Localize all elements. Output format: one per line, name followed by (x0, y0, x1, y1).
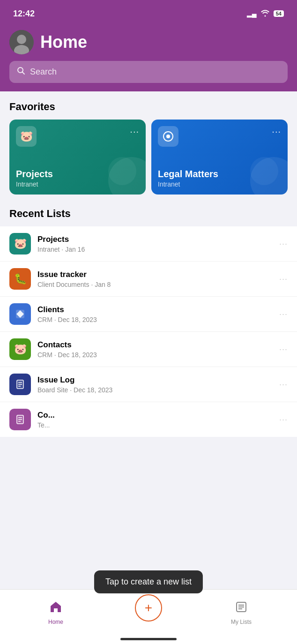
list-item-content-projects: Projects Intranet · Jan 16 (37, 235, 273, 253)
fav-card-icon-legal (158, 126, 178, 147)
avatar-image (9, 30, 34, 54)
add-icon: + (145, 601, 152, 614)
header-top: Home (9, 30, 288, 54)
list-item-icon-issue-log (9, 374, 31, 395)
recent-section: Recent Lists 🐷 Projects Intranet · Jan 1… (0, 208, 297, 437)
list-item-icon-projects: 🐷 (9, 233, 31, 255)
list-item-more[interactable]: ··· (279, 415, 288, 425)
list-item-name: Clients (37, 305, 273, 315)
search-bar[interactable]: Search (9, 61, 288, 83)
list-item[interactable]: 🐷 Contacts CRM · Dec 18, 2023 ··· (0, 332, 297, 367)
list-item-content-contacts: Contacts CRM · Dec 18, 2023 (37, 340, 273, 359)
list-item[interactable]: 🐛 Issue tracker Client Documents · Jan 8… (0, 262, 297, 297)
wifi-icon (260, 9, 270, 18)
nav-home-label: Home (48, 619, 63, 625)
lists-icon (235, 600, 248, 617)
svg-point-1 (17, 35, 26, 44)
recent-lists-title: Recent Lists (0, 208, 297, 220)
fav-card-bottom-legal: Legal Matters Intranet (158, 169, 281, 188)
list-item-more[interactable]: ··· (279, 309, 288, 319)
list-item-content-partial: Co... Te... (37, 411, 273, 429)
list-item-name: Issue tracker (37, 270, 273, 279)
favorite-card-legal[interactable]: ··· Legal Matters Intranet (151, 120, 288, 195)
nav-item-add[interactable]: + (102, 594, 195, 631)
fav-card-sub-projects: Intranet (16, 180, 139, 188)
fav-card-sub-legal: Intranet (158, 180, 281, 188)
status-icons: ▂▄ 54 (247, 9, 284, 18)
list-item-name: Co... (37, 411, 273, 420)
fav-card-name-legal: Legal Matters (158, 169, 281, 180)
status-bar: 12:42 ▂▄ 54 (0, 0, 297, 25)
list-item-content-issue-log: Issue Log Board Site · Dec 18, 2023 (37, 375, 273, 394)
fav-card-name-projects: Projects (16, 169, 139, 180)
list-item-more[interactable]: ··· (279, 380, 288, 389)
fav-card-menu-legal[interactable]: ··· (272, 126, 281, 137)
fav-card-menu-projects[interactable]: ··· (130, 126, 139, 137)
list-item[interactable]: Issue Log Board Site · Dec 18, 2023 ··· (0, 367, 297, 402)
search-icon (17, 67, 25, 77)
list-item-content-clients: Clients CRM · Dec 18, 2023 (37, 305, 273, 323)
list-item-meta: Intranet · Jan 16 (37, 246, 273, 253)
list-item-meta: CRM · Dec 18, 2023 (37, 351, 273, 359)
fav-card-top: 🐷 ··· (16, 126, 139, 147)
list-item-name: Projects (37, 235, 273, 244)
search-placeholder: Search (30, 67, 57, 77)
svg-line-4 (22, 72, 25, 75)
list-item-meta: Client Documents · Jan 8 (37, 281, 273, 288)
recent-list-items: 🐷 Projects Intranet · Jan 16 ··· 🐛 Issue… (0, 226, 297, 437)
list-item-content-issue-tracker: Issue tracker Client Documents · Jan 8 (37, 270, 273, 288)
list-item-more[interactable]: ··· (279, 239, 288, 249)
favorite-card-projects[interactable]: 🐷 ··· Projects Intranet (9, 120, 146, 195)
favorites-section: Favorites 🐷 ··· Projects Intranet (0, 101, 297, 195)
list-item-more[interactable]: ··· (279, 274, 288, 284)
list-item-icon-partial (9, 409, 31, 430)
page-title: Home (40, 32, 87, 52)
list-item-icon-contacts: 🐷 (9, 338, 31, 360)
list-item[interactable]: 🐷 Projects Intranet · Jan 16 ··· (0, 226, 297, 262)
nav-item-lists[interactable]: My Lists (195, 600, 288, 625)
tooltip: Tap to create a new list (94, 570, 203, 593)
main-content: Favorites 🐷 ··· Projects Intranet (0, 91, 297, 446)
fav-card-icon-projects: 🐷 (16, 126, 37, 147)
tooltip-text: Tap to create a new list (105, 577, 192, 586)
add-button[interactable]: + (135, 594, 162, 622)
list-item[interactable]: Clients CRM · Dec 18, 2023 ··· (0, 297, 297, 332)
list-item-name: Issue Log (37, 375, 273, 385)
status-time: 12:42 (13, 9, 35, 19)
list-item-more[interactable]: ··· (279, 344, 288, 354)
list-item[interactable]: Co... Te... ··· (0, 402, 297, 437)
list-item-meta: Te... (37, 421, 273, 429)
list-item-meta: CRM · Dec 18, 2023 (37, 316, 273, 323)
fav-card-bottom-projects: Projects Intranet (16, 169, 139, 188)
signal-icon: ▂▄ (247, 10, 257, 17)
avatar[interactable] (9, 30, 34, 54)
list-item-name: Contacts (37, 340, 273, 350)
list-item-meta: Board Site · Dec 18, 2023 (37, 386, 273, 394)
nav-lists-label: My Lists (231, 619, 252, 625)
favorites-cards: 🐷 ··· Projects Intranet (0, 120, 297, 195)
battery-badge: 54 (274, 10, 284, 17)
home-icon (49, 600, 62, 617)
favorites-title: Favorites (0, 101, 297, 113)
nav-item-home[interactable]: Home (9, 600, 102, 625)
list-item-icon-clients (9, 303, 31, 325)
header: Home Search (0, 25, 297, 91)
home-indicator (120, 638, 177, 640)
bottom-nav: Home + My Lists (0, 589, 297, 644)
fav-card-top-legal: ··· (158, 126, 281, 147)
list-item-icon-issue-tracker: 🐛 (9, 268, 31, 290)
svg-point-6 (166, 135, 170, 138)
